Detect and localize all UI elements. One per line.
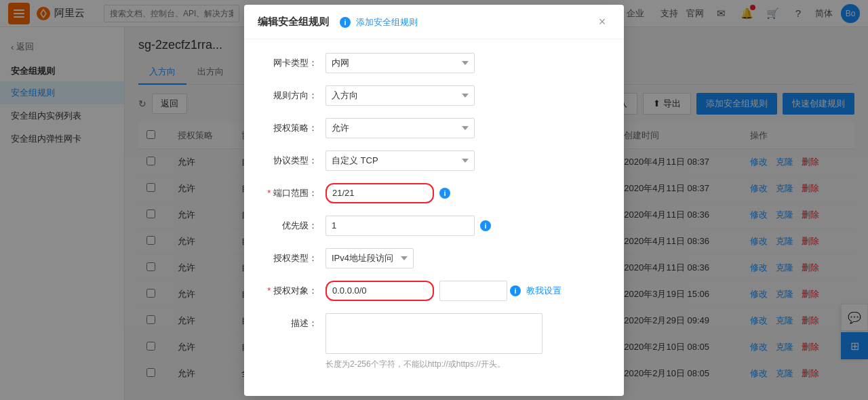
desc-hint: 长度为2-256个字符，不能以http://或https://开头。 <box>326 359 542 370</box>
form-row-direction: 规则方向： 入方向 出方向 <box>264 85 604 106</box>
protocol-label: 协议类型： <box>264 155 326 167</box>
form-row-policy: 授权策略： 允许 拒绝 <box>264 118 604 138</box>
teach-link[interactable]: 教我设置 <box>526 285 561 297</box>
port-info-icon[interactable]: i <box>439 188 450 199</box>
teach-link-label: 教我设置 <box>526 285 561 297</box>
modal-info-icon[interactable]: i <box>340 17 351 28</box>
direction-label: 规则方向： <box>264 89 326 102</box>
form-row-authobj: 授权对象： i 教我设置 <box>264 281 604 301</box>
desc-col: 长度为2-256个字符，不能以http://或https://开头。 <box>326 313 542 370</box>
modal-main-title: 编辑安全组规则 <box>258 16 329 28</box>
auth-input-row <box>326 281 507 301</box>
nic-label: 网卡类型： <box>264 57 326 69</box>
modal-overlay[interactable]: 编辑安全组规则 i 添加安全组规则 × 网卡类型： 内网 公网 规则方向： 入方… <box>0 0 868 400</box>
priority-input[interactable] <box>326 216 475 236</box>
form-row-desc: 描述： 长度为2-256个字符，不能以http://或https://开头。 <box>264 313 604 370</box>
form-row-priority: 优先级： i <box>264 216 604 236</box>
priority-label: 优先级： <box>264 220 326 232</box>
nic-select[interactable]: 内网 公网 <box>326 53 475 73</box>
modal-add-link[interactable]: 添加安全组规则 <box>356 16 418 28</box>
authtype-label: 授权类型： <box>264 252 326 264</box>
form-row-nic: 网卡类型： 内网 公网 <box>264 53 604 73</box>
desc-input[interactable] <box>326 313 542 354</box>
authobj-info-icon[interactable]: i <box>510 285 521 296</box>
modal-close-button[interactable]: × <box>594 14 610 31</box>
modal-body: 网卡类型： 内网 公网 规则方向： 入方向 出方向 授权策略： 允许 <box>244 39 624 396</box>
authobj-full-input[interactable] <box>439 281 507 301</box>
form-row-port: 端口范围： i <box>264 183 604 203</box>
modal-header: 编辑安全组规则 i 添加安全组规则 × <box>244 5 624 39</box>
authobj-input[interactable] <box>326 281 434 301</box>
protocol-select[interactable]: 自定义 TCP 自定义 UDP 全部 ICMP GRE <box>326 151 475 171</box>
modal: 编辑安全组规则 i 添加安全组规则 × 网卡类型： 内网 公网 规则方向： 入方… <box>244 5 624 396</box>
port-input[interactable] <box>326 183 434 203</box>
form-row-protocol: 协议类型： 自定义 TCP 自定义 UDP 全部 ICMP GRE <box>264 151 604 171</box>
direction-select[interactable]: 入方向 出方向 <box>326 85 475 106</box>
authobj-label: 授权对象： <box>264 285 326 297</box>
priority-info-icon[interactable]: i <box>480 220 491 231</box>
policy-select[interactable]: 允许 拒绝 <box>326 118 475 138</box>
desc-label: 描述： <box>264 313 326 329</box>
form-row-authtype: 授权类型： IPv4地址段访问 IPv6地址段访问 安全组访问 <box>264 248 604 268</box>
modal-title-row: 编辑安全组规则 i 添加安全组规则 <box>258 16 418 28</box>
authtype-select[interactable]: IPv4地址段访问 IPv6地址段访问 安全组访问 <box>326 248 414 268</box>
port-label: 端口范围： <box>264 187 326 199</box>
policy-label: 授权策略： <box>264 122 326 134</box>
